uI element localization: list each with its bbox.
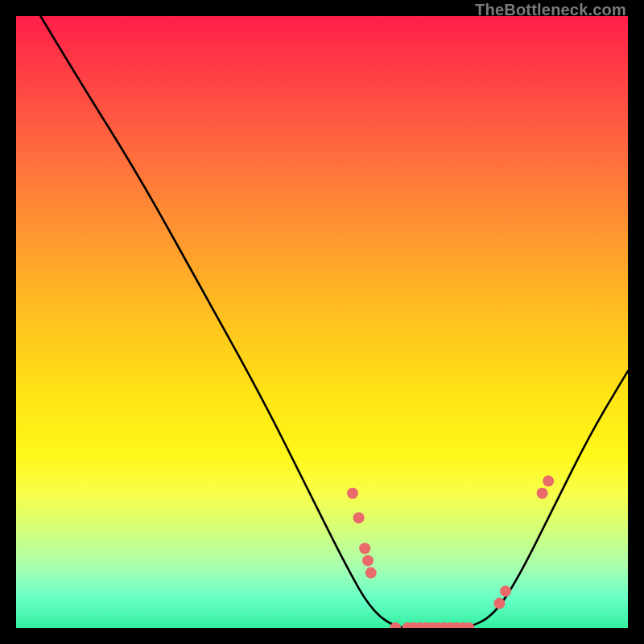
chart-svg [16, 16, 628, 628]
sample-point [500, 585, 511, 597]
sample-point [359, 543, 370, 554]
bottleneck-curve [40, 16, 628, 628]
sample-point [537, 488, 548, 499]
chart-plot-area [16, 16, 628, 628]
sample-point [493, 598, 505, 609]
sample-point [347, 488, 358, 499]
sample-point [362, 555, 374, 566]
sample-point-markers [347, 476, 554, 628]
sample-point [543, 476, 554, 487]
sample-point [353, 512, 365, 523]
sample-point [365, 568, 377, 579]
watermark-text: TheBottleneck.com [475, 1, 626, 19]
